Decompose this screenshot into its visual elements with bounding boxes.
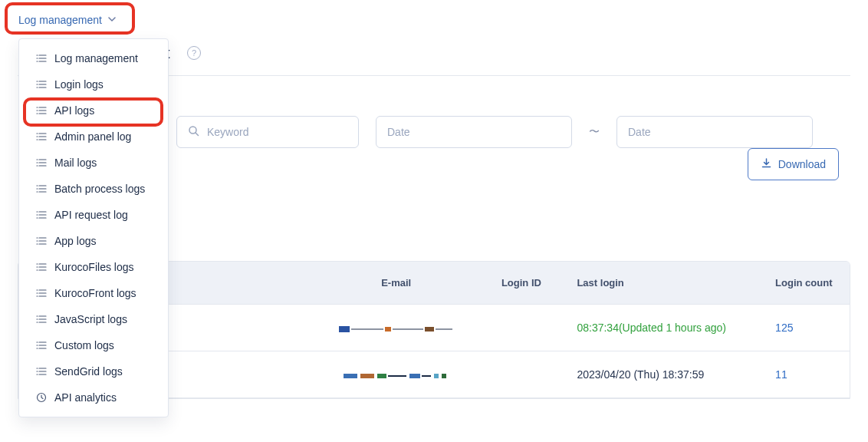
svg-rect-89 — [377, 374, 386, 378]
download-button[interactable]: Download — [748, 148, 839, 180]
menu-item-label: KurocoFront logs — [54, 287, 136, 299]
menu-item-javascript-logs[interactable]: JavaScript logs — [19, 306, 168, 332]
chevron-down-icon — [108, 15, 116, 25]
menu-item-log-management[interactable]: Log management — [19, 45, 168, 71]
header-email: E-mail — [302, 262, 491, 305]
svg-rect-94 — [442, 374, 446, 378]
date-to[interactable] — [616, 116, 813, 148]
list-icon — [36, 209, 47, 220]
svg-line-80 — [196, 133, 199, 136]
menu-item-label: Login logs — [54, 78, 104, 91]
svg-rect-88 — [360, 374, 374, 378]
log-management-dropdown-trigger[interactable]: Log management — [18, 14, 116, 26]
menu-item-label: KurocoFiles logs — [54, 261, 134, 273]
list-icon — [36, 314, 47, 325]
cell-login-count[interactable]: 11 — [764, 351, 850, 398]
svg-rect-91 — [409, 374, 420, 378]
obscured-email-icon — [339, 371, 454, 380]
menu-item-app-logs[interactable]: App logs — [19, 228, 168, 254]
menu-item-admin-panel-log[interactable]: Admin panel log — [19, 124, 168, 150]
header-last-login: Last login — [566, 262, 764, 305]
log-management-dropdown-menu: Log management Login logs API logs Admin… — [18, 38, 169, 417]
menu-item-login-logs[interactable]: Login logs — [19, 71, 168, 97]
menu-item-label: API analytics — [54, 391, 117, 404]
menu-item-label: Custom logs — [54, 339, 114, 351]
menu-item-api-request-log[interactable]: API request log — [19, 202, 168, 228]
svg-rect-93 — [434, 374, 439, 378]
list-icon — [36, 105, 47, 116]
search-icon — [188, 125, 199, 139]
cell-login-id — [491, 351, 567, 398]
list-icon — [36, 236, 47, 246]
menu-item-label: Log management — [54, 52, 138, 64]
header-login-id: Login ID — [491, 262, 567, 305]
header-login-count: Login count — [764, 262, 850, 305]
svg-rect-81 — [339, 326, 350, 332]
svg-rect-87 — [344, 374, 357, 378]
menu-item-label: Admin panel log — [54, 130, 131, 143]
menu-item-api-analytics[interactable]: API analytics — [19, 384, 168, 411]
cell-login-id — [491, 305, 567, 351]
menu-item-kurocofiles-logs[interactable]: KurocoFiles logs — [19, 254, 168, 280]
cell-email — [302, 351, 491, 398]
filter-bar: 〜 — [176, 116, 839, 148]
list-icon — [36, 131, 47, 142]
download-button-label: Download — [778, 158, 826, 170]
keyword-search[interactable] — [176, 116, 359, 148]
menu-item-label: SendGrid logs — [54, 365, 123, 378]
list-icon — [36, 157, 47, 168]
list-icon — [36, 340, 47, 351]
date-from-input[interactable] — [387, 126, 561, 138]
obscured-email-icon — [339, 324, 454, 333]
svg-rect-83 — [385, 327, 391, 332]
keyword-input[interactable] — [207, 126, 347, 138]
list-icon — [36, 262, 47, 272]
menu-item-kurocofront-logs[interactable]: KurocoFront logs — [19, 280, 168, 306]
dropdown-trigger-label: Log management — [18, 14, 102, 26]
menu-item-label: App logs — [54, 235, 96, 247]
list-icon — [36, 288, 47, 299]
svg-rect-85 — [425, 327, 434, 332]
menu-item-label: JavaScript logs — [54, 313, 127, 325]
menu-item-sendgrid-logs[interactable]: SendGrid logs — [19, 358, 168, 384]
download-icon — [761, 157, 772, 171]
list-icon — [36, 79, 47, 90]
menu-item-label: Batch process logs — [54, 183, 145, 195]
menu-item-api-logs[interactable]: API logs — [19, 97, 168, 124]
menu-item-label: API logs — [54, 104, 94, 117]
clock-icon — [36, 392, 47, 403]
date-from[interactable] — [376, 116, 572, 148]
list-icon — [36, 183, 47, 194]
cell-login-count[interactable]: 125 — [764, 305, 850, 351]
menu-item-custom-logs[interactable]: Custom logs — [19, 332, 168, 358]
list-icon — [36, 366, 47, 377]
cell-last-login: 2023/04/20 (Thu) 18:37:59 — [566, 351, 764, 398]
menu-item-label: Mail logs — [54, 157, 97, 169]
menu-item-batch-process-logs[interactable]: Batch process logs — [19, 176, 168, 202]
cell-last-login: 08:37:34(Updated 1 hours ago) — [566, 305, 764, 351]
menu-item-mail-logs[interactable]: Mail logs — [19, 150, 168, 176]
date-range-separator: 〜 — [589, 125, 600, 139]
cell-email — [302, 305, 491, 351]
date-to-input[interactable] — [628, 126, 801, 138]
menu-item-label: API request log — [54, 209, 128, 221]
help-icon[interactable]: ? — [187, 46, 201, 60]
list-icon — [36, 53, 47, 64]
